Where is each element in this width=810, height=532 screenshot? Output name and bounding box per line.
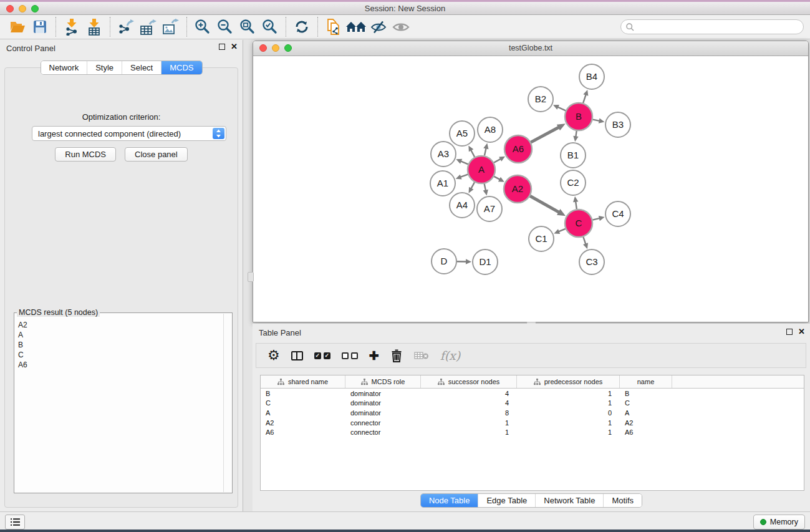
graph-node-C4[interactable]: C4 [605, 201, 630, 226]
export-image-icon[interactable] [160, 17, 182, 37]
table-row[interactable]: A2connector11A2 [261, 418, 804, 428]
search-field[interactable] [620, 19, 804, 34]
tab-mcds[interactable]: MCDS [161, 61, 201, 74]
criterion-select[interactable]: largest connected component (directed) [32, 126, 226, 141]
column-header-mcds-role[interactable]: MCDS role [345, 375, 421, 388]
import-table-icon[interactable] [83, 17, 105, 37]
graph-node-C1[interactable]: C1 [529, 226, 554, 251]
mcds-result-item[interactable]: C [14, 349, 223, 359]
eye-icon[interactable] [390, 17, 412, 37]
graph-edge[interactable] [485, 184, 486, 191]
import-network-icon[interactable] [60, 17, 83, 37]
tab-motifs[interactable]: Motifs [603, 494, 642, 507]
function-builder-icon[interactable]: f(x) [440, 346, 461, 365]
graph-node-A4[interactable]: A4 [450, 193, 475, 218]
tab-network-table[interactable]: Network Table [535, 494, 603, 507]
graph-node-B4[interactable]: B4 [579, 64, 604, 89]
graph-edge[interactable] [461, 161, 468, 164]
graph-node-B[interactable]: B [565, 103, 592, 130]
task-history-button[interactable] [5, 515, 25, 530]
graph-node-C3[interactable]: C3 [579, 249, 604, 274]
close-panel-icon[interactable]: ✕ [231, 43, 238, 51]
graph-edge[interactable] [559, 229, 566, 232]
graph-edge[interactable] [583, 95, 586, 104]
graph-node-A8[interactable]: A8 [478, 117, 503, 142]
graph-edge[interactable] [531, 127, 559, 142]
tab-edge-table[interactable]: Edge Table [478, 494, 535, 507]
vertical-split-handle[interactable] [248, 272, 254, 282]
table-row[interactable]: Adominator80A [261, 408, 804, 418]
graph-edge[interactable] [593, 120, 600, 121]
open-folder-icon[interactable] [6, 17, 29, 37]
mcds-result-item[interactable]: A [14, 329, 223, 339]
search-input[interactable] [637, 21, 798, 34]
graph-node-B1[interactable]: B1 [561, 143, 586, 168]
export-network-icon[interactable] [115, 17, 137, 37]
tab-style[interactable]: Style [87, 61, 122, 74]
mcds-list-scrollbar[interactable] [223, 314, 231, 492]
save-icon[interactable] [29, 17, 51, 37]
graph-edge[interactable] [460, 175, 468, 177]
graph-node-B2[interactable]: B2 [528, 87, 553, 112]
graph-node-A[interactable]: A [468, 156, 495, 183]
mcds-result-item[interactable]: A6 [14, 359, 223, 369]
refresh-icon[interactable] [291, 17, 313, 37]
graph-node-C[interactable]: C [565, 210, 592, 237]
graph-edge[interactable] [576, 131, 576, 137]
graph-node-A6[interactable]: A6 [504, 135, 532, 163]
split-columns-icon[interactable] [291, 346, 303, 365]
mcds-result-item[interactable]: B [14, 339, 223, 349]
export-table-icon[interactable] [137, 17, 160, 37]
mcds-result-item[interactable]: A2 [14, 319, 223, 329]
graph-edge[interactable] [557, 107, 566, 111]
run-mcds-button[interactable]: Run MCDS [55, 147, 116, 162]
graph-edge[interactable] [583, 237, 586, 244]
graph-edge[interactable] [485, 148, 486, 155]
zoom-out-icon[interactable] [214, 17, 236, 37]
graph-edge[interactable] [494, 159, 501, 163]
graph-node-A5[interactable]: A5 [450, 121, 475, 146]
column-header-successor-nodes[interactable]: successor nodes [421, 375, 517, 388]
hide-graphics-icon[interactable] [367, 17, 390, 37]
zoom-in-icon[interactable] [191, 17, 214, 37]
graph-edge[interactable] [576, 201, 577, 210]
graph-node-D[interactable]: D [432, 249, 456, 274]
deselect-all-icon[interactable] [342, 346, 358, 365]
graph-edge[interactable] [592, 218, 599, 220]
houses-icon[interactable] [345, 17, 367, 37]
table-row[interactable]: Bdominator41B [261, 389, 804, 399]
add-column-icon[interactable]: ✚ [369, 346, 379, 365]
column-header-predecessor-nodes[interactable]: predecessor nodes [517, 375, 620, 388]
graph-node-B3[interactable]: B3 [605, 112, 630, 137]
graph-node-A3[interactable]: A3 [431, 142, 456, 167]
network-window-titlebar[interactable]: testGlobe.txt [253, 41, 808, 56]
zoom-selected-icon[interactable] [259, 17, 281, 37]
duplicate-network-icon[interactable] [322, 17, 345, 37]
tab-network[interactable]: Network [41, 61, 87, 74]
table-row[interactable]: A6connector11A6 [261, 427, 804, 437]
trash-icon[interactable] [390, 346, 403, 365]
delete-table-icon[interactable] [414, 346, 429, 365]
memory-button[interactable]: Memory [753, 515, 805, 530]
graph-edge[interactable] [494, 177, 499, 180]
tab-node-table[interactable]: Node Table [421, 494, 478, 507]
column-header-name[interactable]: name [620, 375, 672, 388]
float-panel-icon[interactable] [219, 44, 225, 50]
graph-node-A2[interactable]: A2 [504, 175, 531, 203]
select-all-icon[interactable]: ✓✓ [314, 346, 330, 365]
graph-node-C2[interactable]: C2 [561, 170, 586, 195]
graph-node-A7[interactable]: A7 [477, 196, 502, 221]
gear-icon[interactable]: ⚙ [268, 346, 280, 365]
graph-node-A1[interactable]: A1 [430, 171, 455, 196]
network-canvas[interactable]: B4B2BB3A8A5A6A3B1AA1C2A2A4A7C4CC1C3DD1 [254, 56, 808, 321]
graph-edge[interactable] [530, 196, 559, 212]
zoom-fit-icon[interactable] [236, 17, 259, 37]
tab-select[interactable]: Select [122, 61, 161, 74]
column-header-shared-name[interactable]: shared name [261, 375, 345, 388]
graph-edge[interactable] [471, 182, 475, 188]
graph-node-D1[interactable]: D1 [473, 249, 498, 274]
table-row[interactable]: Cdominator41C [261, 399, 804, 409]
float-table-panel-icon[interactable] [786, 329, 793, 335]
close-panel-button[interactable]: Close panel [125, 147, 188, 162]
graph-edge[interactable] [471, 150, 475, 157]
